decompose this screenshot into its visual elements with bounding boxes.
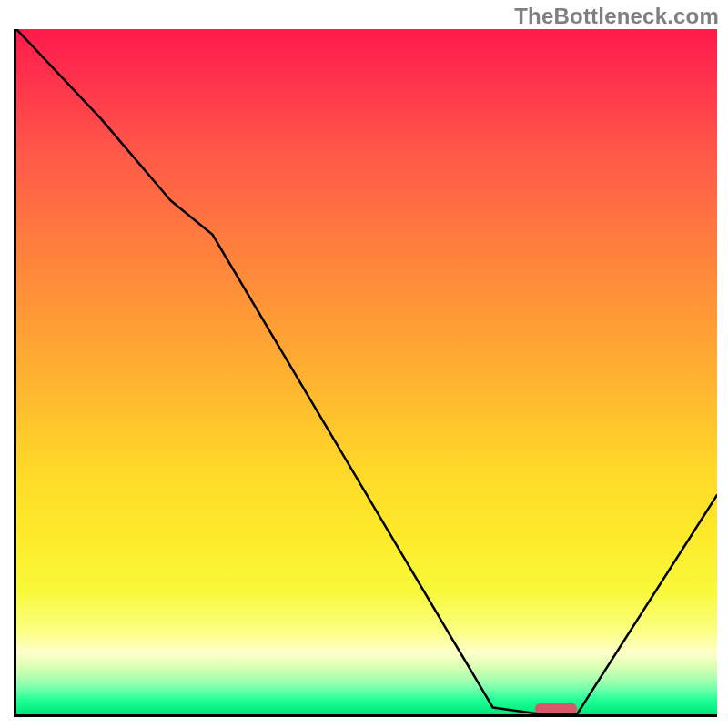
- chart-container: TheBottleneck.com: [0, 0, 728, 728]
- bottleneck-curve: [16, 29, 717, 714]
- curve-path: [16, 29, 717, 714]
- watermark-text: TheBottleneck.com: [514, 4, 719, 29]
- plot-area: [14, 29, 717, 717]
